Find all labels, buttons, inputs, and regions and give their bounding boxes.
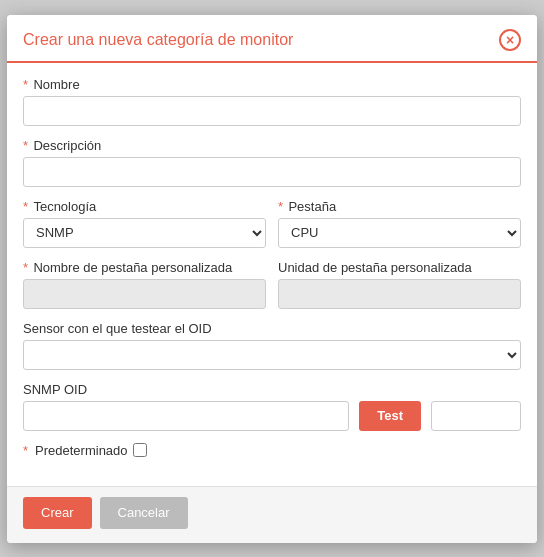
descripcion-label: * Descripción (23, 138, 521, 153)
tecnologia-label: * Tecnología (23, 199, 266, 214)
snmp-oid-row: Test (23, 401, 521, 431)
predeterminado-label: Predeterminado (35, 443, 128, 458)
tecnologia-group: * Tecnología SNMP WMI ICMP (23, 199, 266, 248)
unidad-pestana-group: Unidad de pestaña personalizada (278, 260, 521, 309)
unidad-pestana-label: Unidad de pestaña personalizada (278, 260, 521, 275)
descripcion-group: * Descripción (23, 138, 521, 187)
tecnologia-pestana-row: * Tecnología SNMP WMI ICMP * Pestaña (23, 199, 521, 248)
nombre-group: * Nombre (23, 77, 521, 126)
snmp-oid-label: SNMP OID (23, 382, 521, 397)
nombre-pestana-input[interactable] (23, 279, 266, 309)
unidad-pestana-input[interactable] (278, 279, 521, 309)
snmp-oid-input[interactable] (23, 401, 349, 431)
tecnologia-select[interactable]: SNMP WMI ICMP (23, 218, 266, 248)
required-star-nombre: * (23, 77, 28, 92)
modal-footer: Crear Cancelar (7, 486, 537, 543)
test-result (431, 401, 521, 431)
nombre-pestana-group: * Nombre de pestaña personalizada (23, 260, 266, 309)
cancelar-button[interactable]: Cancelar (100, 497, 188, 529)
pestana-group: * Pestaña CPU Memoria Red Disco (278, 199, 521, 248)
modal-dialog: Crear una nueva categoría de monitor × *… (7, 15, 537, 543)
nombre-pestana-label: * Nombre de pestaña personalizada (23, 260, 266, 275)
pestana-label: * Pestaña (278, 199, 521, 214)
modal-body: * Nombre * Descripción * Tecnología (7, 63, 537, 486)
descripcion-input[interactable] (23, 157, 521, 187)
required-star-pest: * (278, 199, 283, 214)
modal-title: Crear una nueva categoría de monitor (23, 31, 293, 49)
nombre-input[interactable] (23, 96, 521, 126)
modal-overlay: Crear una nueva categoría de monitor × *… (0, 0, 544, 557)
required-star-desc: * (23, 138, 28, 153)
nombre-label: * Nombre (23, 77, 521, 92)
crear-button[interactable]: Crear (23, 497, 92, 529)
snmp-oid-group: SNMP OID Test (23, 382, 521, 431)
sensor-label: Sensor con el que testear el OID (23, 321, 521, 336)
close-button[interactable]: × (499, 29, 521, 51)
required-star-np: * (23, 260, 28, 275)
sensor-group: Sensor con el que testear el OID (23, 321, 521, 370)
required-star-pred: * (23, 443, 28, 458)
sensor-select[interactable] (23, 340, 521, 370)
predeterminado-group: * Predeterminado (23, 443, 521, 458)
predeterminado-checkbox[interactable] (133, 443, 147, 457)
required-star-tec: * (23, 199, 28, 214)
snmp-oid-input-wrapper (23, 401, 349, 431)
custom-pestana-row: * Nombre de pestaña personalizada Unidad… (23, 260, 521, 309)
pestana-select[interactable]: CPU Memoria Red Disco (278, 218, 521, 248)
modal-header: Crear una nueva categoría de monitor × (7, 15, 537, 63)
test-button[interactable]: Test (359, 401, 421, 431)
